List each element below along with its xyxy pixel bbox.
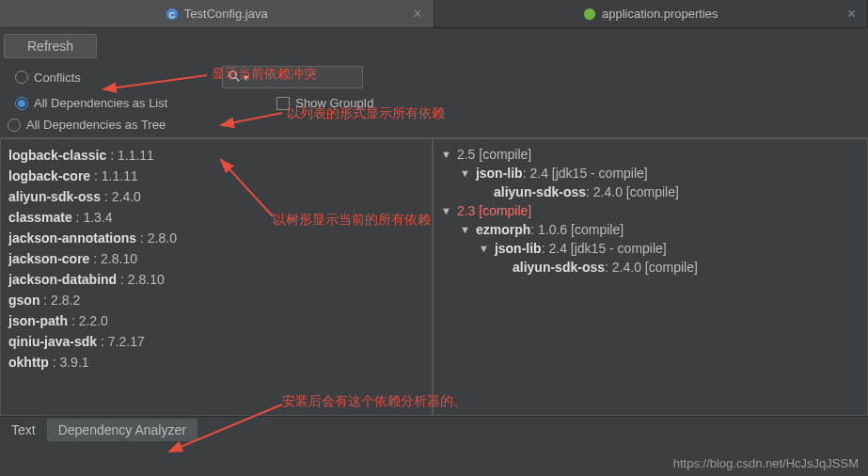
collapse-icon[interactable]: ▼ xyxy=(441,149,451,160)
collapse-icon[interactable]: ▼ xyxy=(460,167,470,179)
radio-conflicts[interactable] xyxy=(15,71,28,84)
svg-point-3 xyxy=(229,71,237,78)
checkbox-show-groupid[interactable] xyxy=(276,97,290,110)
tab-testconfig[interactable]: C TestConfig.java × xyxy=(0,0,434,27)
tree-node[interactable]: ▼2.5 [compile] xyxy=(441,145,860,164)
tree-node[interactable]: ▼json-lib : 2.4 [jdk15 - compile] xyxy=(441,164,860,182)
as-list-label: All Dependencies as List xyxy=(34,96,167,110)
collapse-icon[interactable]: ▼ xyxy=(441,205,451,216)
tab-text[interactable]: Text xyxy=(0,419,47,441)
tab-label: TestConfig.java xyxy=(184,7,268,21)
tree-node[interactable]: ▼json-lib : 2.4 [jdk15 - compile] xyxy=(441,239,860,258)
content-area: logback-classic : 1.1.11logback-core : 1… xyxy=(0,137,868,416)
list-item[interactable]: json-path : 2.2.0 xyxy=(8,310,424,331)
collapse-icon[interactable]: ▼ xyxy=(460,224,470,235)
collapse-icon[interactable]: ▼ xyxy=(479,243,489,254)
search-icon xyxy=(229,71,240,85)
tree-node[interactable]: ▼ezmorph : 1.0.6 [compile] xyxy=(441,220,860,239)
list-item[interactable]: okhttp : 3.9.1 xyxy=(8,352,424,373)
svg-line-4 xyxy=(235,77,239,81)
tab-application-properties[interactable]: application.properties × xyxy=(434,0,869,27)
search-input[interactable]: ▾ xyxy=(222,66,363,88)
radio-as-tree[interactable] xyxy=(8,119,21,132)
tree-node-conflict[interactable]: ▼2.3 [compile] xyxy=(441,201,860,220)
watermark: https://blog.csdn.net/HcJsJqJSSM xyxy=(673,456,859,470)
svg-point-2 xyxy=(584,8,595,19)
list-item[interactable]: qiniu-java-sdk : 7.2.17 xyxy=(8,331,424,352)
tab-dependency-analyzer[interactable]: Dependency Analyzer xyxy=(47,419,197,441)
close-icon[interactable]: × xyxy=(413,6,421,23)
show-groupid-label: Show GroupId xyxy=(295,96,373,110)
as-tree-label: All Dependencies as Tree xyxy=(26,118,166,132)
list-item[interactable]: aliyun-sdk-oss : 2.4.0 xyxy=(8,186,424,207)
list-item[interactable]: logback-classic : 1.1.11 xyxy=(8,145,424,166)
class-icon: C xyxy=(166,8,179,21)
close-icon[interactable]: × xyxy=(847,6,856,23)
list-item[interactable]: classmate : 1.3.4 xyxy=(8,207,424,228)
refresh-button[interactable]: Refresh xyxy=(4,34,97,58)
list-item[interactable]: jackson-databind : 2.8.10 xyxy=(8,269,424,290)
chevron-down-icon[interactable]: ▾ xyxy=(244,72,248,83)
list-item[interactable]: jackson-core : 2.8.10 xyxy=(8,248,424,269)
tree-node[interactable]: aliyun-sdk-oss : 2.4.0 [compile] xyxy=(441,182,860,201)
conflicts-label: Conflicts xyxy=(34,71,81,85)
file-tabs: C TestConfig.java × application.properti… xyxy=(0,0,868,28)
radio-as-list[interactable] xyxy=(15,97,28,110)
dependency-tree[interactable]: ▼2.5 [compile] ▼json-lib : 2.4 [jdk15 - … xyxy=(433,138,868,416)
spring-icon xyxy=(583,8,596,21)
list-item[interactable]: gson : 2.8.2 xyxy=(8,290,424,310)
toolbar: Refresh xyxy=(0,28,868,64)
dependency-list[interactable]: logback-classic : 1.1.11logback-core : 1… xyxy=(0,138,433,416)
list-item[interactable]: logback-core : 1.1.11 xyxy=(8,166,424,186)
list-item[interactable]: jackson-annotations : 2.8.0 xyxy=(8,228,424,248)
bottom-tabs: Text Dependency Analyzer xyxy=(0,416,868,442)
svg-text:C: C xyxy=(169,9,175,19)
tab-label: application.properties xyxy=(602,7,718,21)
tree-node[interactable]: aliyun-sdk-oss : 2.4.0 [compile] xyxy=(441,258,860,277)
